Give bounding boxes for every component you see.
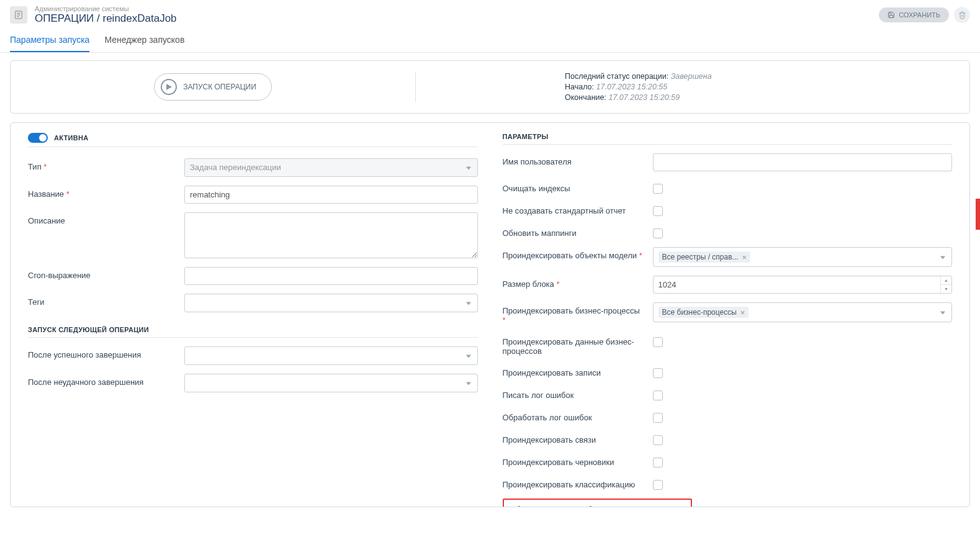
tags-select[interactable] [184,294,478,312]
idx-rel-checkbox[interactable] [653,435,663,445]
save-label: СОХРАНИТЬ [899,11,940,19]
after-ok-select[interactable] [184,346,478,365]
cron-input[interactable] [184,267,478,285]
page-icon [10,6,27,24]
params-heading: ПАРАМЕТРЫ [503,133,953,145]
idx-class-checkbox[interactable] [653,480,663,490]
type-label: Тип [28,158,177,171]
idx-bp-tag[interactable]: Все бизнес-процессы × [659,307,749,318]
idx-bp-select[interactable]: Все бизнес-процессы × [653,302,953,322]
chevron-down-icon[interactable]: ▼ [941,285,951,293]
active-toggle[interactable] [28,133,48,143]
log-err-checkbox[interactable] [653,391,663,400]
desc-textarea[interactable] [184,212,478,258]
idx-rec-checkbox[interactable] [653,368,663,378]
end-label: Окончание: [565,93,606,102]
idx-bp-tag-text: Все бизнес-процессы [662,308,737,317]
idx-model-tag[interactable]: Все реестры / справ... × [659,251,751,263]
last-status-label: Последний статус операции: [565,72,668,81]
idx-model-tag-text: Все реестры / справ... [662,253,739,261]
last-status-value: Завершена [671,72,712,81]
idx-model-select[interactable]: Все реестры / справ... × [653,247,953,267]
name-input[interactable] [184,186,478,204]
clear-idx-label: Очищать индексы [503,180,645,193]
idx-bp-data-checkbox[interactable] [653,337,663,347]
number-spinner[interactable]: ▲ ▼ [940,276,951,293]
save-button[interactable]: СОХРАНИТЬ [879,7,949,22]
close-icon[interactable]: × [742,253,747,261]
block-label: Размер блока [503,276,645,289]
delete-button[interactable] [954,7,970,23]
tab-launch-params[interactable]: Параметры запуска [10,29,89,52]
save-icon [888,11,895,19]
upd-map-label: Обновить маппинги [503,225,645,238]
idx-bp-label: Проиндексировать бизнес-процессы [503,302,645,325]
start-label: Начало: [565,83,594,91]
cron-label: Cron-выражение [28,267,177,280]
after-ok-label: После успешного завершения [28,346,177,359]
run-operation-button[interactable]: ЗАПУСК ОПЕРАЦИИ [154,73,272,101]
upd-match-label: Обновить данные таблиц сопоставления [510,505,639,507]
proc-err-checkbox[interactable] [653,413,663,423]
scroll-indicator [976,199,980,230]
highlighted-row: Обновить данные таблиц сопоставления [503,499,692,507]
chevron-up-icon[interactable]: ▲ [941,276,951,285]
next-op-heading: ЗАПУСК СЛЕДУЮЩЕЙ ОПЕРАЦИИ [28,326,478,338]
log-err-label: Писать лог ошибок [503,387,645,400]
idx-class-label: Проиндексировать классификацию [503,476,645,489]
play-icon [161,79,177,95]
idx-bp-data-label: Проиндексировать данные бизнес-процессов [503,333,645,356]
user-label: Имя пользователя [503,153,645,166]
block-input[interactable] [653,276,953,294]
idx-rec-label: Проиндексировать записи [503,364,645,377]
header-title: ОПЕРАЦИИ / reindexDataJob [35,12,879,25]
idx-rel-label: Проиндексировать связи [503,431,645,445]
user-input[interactable] [653,153,953,171]
proc-err-label: Обработать лог ошибок [503,409,645,422]
after-fail-label: После неудачного завершения [28,374,177,387]
clear-idx-checkbox[interactable] [653,184,663,194]
upd-map-checkbox[interactable] [653,228,663,238]
type-select[interactable]: Задача переиндексации [184,158,478,177]
tags-label: Теги [28,294,177,307]
svg-marker-4 [166,84,172,90]
tab-launch-manager[interactable]: Менеджер запусков [104,29,184,52]
close-icon[interactable]: × [740,309,745,317]
name-label: Название [28,186,177,199]
trash-icon [958,11,966,19]
start-value: 17.07.2023 15:20:55 [596,83,668,91]
no-report-checkbox[interactable] [653,206,663,216]
no-report-label: Не создавать стандартный отчет [503,202,645,215]
active-label: АКТИВНА [54,134,89,142]
end-value: 17.07.2023 15:20:59 [608,93,680,102]
run-label: ЗАПУСК ОПЕРАЦИИ [183,83,256,91]
desc-label: Описание [28,212,177,225]
idx-model-label: Проиндексировать объекты модели [503,247,645,260]
idx-draft-label: Проиндексировать черновики [503,454,645,467]
after-fail-select[interactable] [184,374,478,392]
idx-draft-checkbox[interactable] [653,458,663,467]
header-supertitle: Администрирование системы [35,5,879,12]
